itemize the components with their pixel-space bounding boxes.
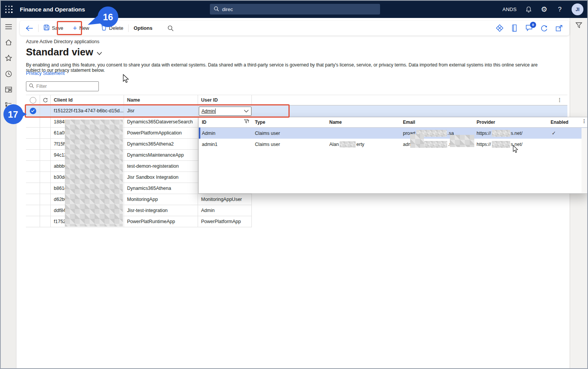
flyout-type-cell: Claims user (255, 128, 280, 139)
grid-header-row: Client Id Name User ID ⋮ (26, 95, 567, 105)
row-checkbox[interactable] (26, 105, 40, 117)
search-input-value: direc (222, 6, 233, 12)
flyout-provider-cell: https://s.net/ (477, 128, 522, 139)
user-id-cell: Admin (198, 205, 252, 216)
chevron-down-icon (97, 46, 102, 58)
name-cell: Jisr-test-integration (124, 205, 198, 216)
redaction-mosaic (492, 130, 510, 137)
row-checkbox[interactable] (26, 194, 40, 205)
chevron-down-icon[interactable] (244, 110, 249, 113)
view-switcher-icon[interactable] (495, 24, 504, 32)
settings-gear-icon[interactable]: ⚙ (540, 6, 548, 13)
flyout-more-icon[interactable]: ⋮ (582, 118, 586, 124)
recent-clock-icon[interactable] (4, 70, 13, 78)
grid-header-more-icon[interactable]: ⋮ (557, 97, 562, 103)
user-id-cell: MonitoringAppUser (198, 194, 252, 205)
mouse-cursor (123, 74, 129, 83)
user-id-cell: PowerPlatformApp (198, 216, 252, 227)
company-book-icon[interactable] (510, 24, 519, 32)
hamburger-menu-icon[interactable] (4, 23, 13, 31)
name-cell: DynamicsMaintenanceApp (124, 150, 198, 161)
filter-funnel-icon[interactable] (575, 22, 583, 368)
name-cell: Jisr Sandbox Integration (124, 172, 198, 183)
user-lookup-flyout: ID Type Name Email Provider Enabled ⋮ Ad… (198, 117, 588, 194)
plus-icon: + (73, 25, 77, 31)
toolbar-search-icon[interactable] (164, 23, 177, 34)
user-avatar[interactable]: JI (572, 3, 583, 15)
flyout-column-email[interactable]: Email (403, 120, 415, 125)
row-checkbox[interactable] (26, 172, 40, 183)
flyout-column-name[interactable]: Name (329, 120, 342, 125)
search-icon (214, 6, 219, 13)
flyout-body: AdminClaims userproart.sahttps://s.net/✓… (199, 128, 588, 150)
column-header-name[interactable]: Name (124, 95, 198, 105)
filter-input[interactable] (36, 84, 96, 89)
row-gutter-cell (40, 172, 51, 183)
refresh-grid-icon[interactable] (40, 95, 51, 105)
consent-disclaimer-text: By enabling and using this feature, you … (26, 62, 549, 73)
open-in-new-window-icon[interactable] (555, 24, 563, 32)
flyout-column-type[interactable]: Type (255, 120, 265, 125)
flyout-row[interactable]: admin1Claims userAlanertyadmin.sahttps:/… (199, 139, 588, 150)
view-title-dropdown[interactable]: Standard view (26, 46, 102, 58)
filter-search-icon (29, 83, 34, 90)
row-gutter-cell (40, 117, 51, 128)
global-search-box[interactable]: direc (210, 4, 380, 15)
options-menu-button[interactable]: Options (130, 23, 156, 34)
redaction-mosaic (450, 135, 474, 147)
row-checkbox[interactable] (26, 216, 40, 227)
flyout-column-provider[interactable]: Provider (477, 120, 495, 125)
back-button[interactable] (22, 23, 37, 34)
row-gutter-cell (40, 194, 51, 205)
save-button[interactable]: Save (40, 23, 67, 34)
checked-checkbox-icon (30, 108, 36, 114)
user-id-combobox[interactable]: Admin (199, 107, 251, 116)
row-checkbox[interactable] (26, 117, 40, 128)
flyout-name-cell: Alanerty (329, 139, 364, 150)
row-checkbox[interactable] (26, 183, 40, 194)
redaction-mosaic (410, 134, 424, 148)
save-floppy-icon (43, 24, 50, 32)
name-cell: PowerPlatRuntimeApp (124, 216, 198, 227)
row-gutter-cell (40, 216, 51, 227)
notifications-bell-icon[interactable] (525, 6, 532, 13)
flyout-row[interactable]: AdminClaims userproart.sahttps://s.net/✓ (199, 128, 588, 139)
row-checkbox[interactable] (26, 150, 40, 161)
redaction-mosaic (340, 141, 356, 147)
refresh-icon[interactable] (540, 24, 548, 32)
flyout-id-cell: Admin (202, 128, 215, 139)
column-header-client-id[interactable]: Client Id (51, 95, 124, 105)
left-navigation-rail (1, 18, 16, 368)
row-checkbox[interactable] (26, 128, 40, 139)
name-cell: Dynamics365Athena2 (124, 139, 198, 150)
flyout-column-enabled[interactable]: Enabled (551, 120, 569, 125)
row-gutter-cell (40, 183, 51, 194)
flyout-id-cell: admin1 (202, 139, 217, 150)
table-row[interactable]: d62b0MonitoringAppMonitoringAppUser (26, 194, 252, 205)
app-launcher-icon[interactable] (5, 6, 13, 13)
row-checkbox[interactable] (26, 139, 40, 150)
privacy-statement-link[interactable]: Privacy Statement (26, 71, 64, 76)
step-callout-17: 17 (3, 104, 27, 125)
row-checkbox[interactable] (26, 161, 40, 172)
table-row[interactable]: ddf848Jisr-test-integrationAdmin (26, 205, 252, 216)
home-icon[interactable] (4, 38, 13, 47)
workspaces-icon[interactable] (4, 85, 13, 94)
select-all-checkbox[interactable] (26, 95, 40, 105)
name-cell: Jisr (124, 105, 198, 117)
row-checkbox[interactable] (26, 205, 40, 216)
column-filter-funnel-icon[interactable] (244, 119, 250, 126)
environment-name[interactable]: ANDS (503, 6, 517, 12)
page-caption: Azure Active Directory applications (26, 39, 99, 44)
grid-filter-box[interactable] (26, 81, 99, 91)
flyout-scrollbar-gutter[interactable] (582, 128, 587, 193)
flyout-header-row: ID Type Name Email Provider Enabled ⋮ (199, 117, 588, 128)
callout-16-number: 16 (103, 12, 113, 22)
column-header-user-id[interactable]: User ID (198, 95, 252, 105)
favorites-star-icon[interactable] (4, 54, 13, 62)
help-icon[interactable]: ? (556, 6, 564, 13)
flyout-column-id[interactable]: ID (202, 120, 206, 125)
callout-17-number: 17 (8, 109, 18, 120)
chat-messages-icon[interactable]: 0 (525, 24, 533, 32)
table-row[interactable]: f17528PowerPlatRuntimeAppPowerPlatformAp… (26, 216, 252, 227)
